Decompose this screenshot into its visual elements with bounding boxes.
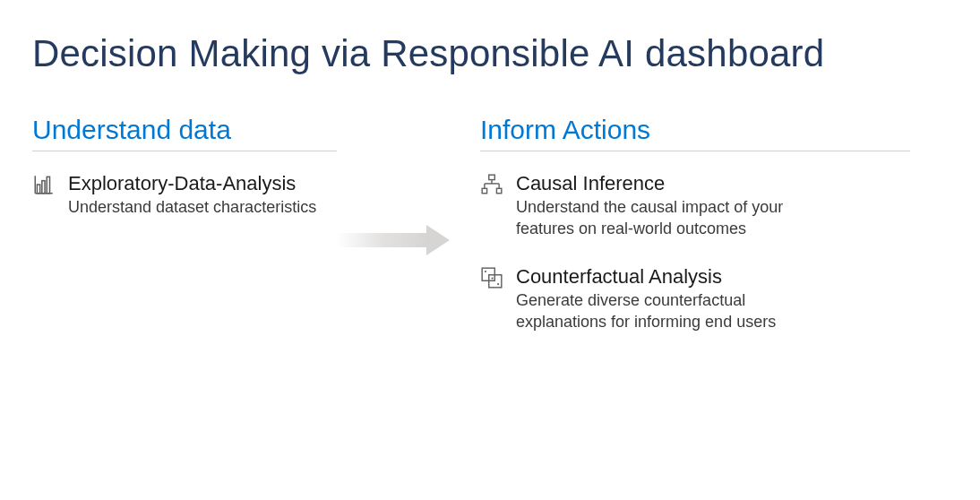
svg-rect-2 — [42, 181, 45, 194]
item-desc: Generate diverse counterfactual explanat… — [516, 289, 803, 333]
svg-point-14 — [485, 271, 486, 272]
item-title: Causal Inference — [516, 171, 803, 196]
section-heading-understand: Understand data — [32, 115, 337, 145]
columns: Understand data Exploratory-Data-Analysi… — [32, 115, 948, 358]
section-heading-inform: Inform Actions — [480, 115, 910, 145]
dice-icon — [480, 266, 503, 289]
svg-rect-3 — [47, 177, 49, 193]
item-desc: Understand dataset characteristics — [68, 196, 316, 218]
column-understand-data: Understand data Exploratory-Data-Analysi… — [32, 115, 337, 358]
svg-rect-6 — [482, 188, 486, 193]
bar-chart-icon — [32, 173, 56, 196]
item-title: Counterfactual Analysis — [516, 264, 803, 289]
item-counterfactual: Counterfactual Analysis Generate diverse… — [480, 264, 910, 332]
arrow-column — [337, 115, 480, 358]
arrow-right-icon — [337, 225, 453, 255]
hierarchy-icon — [480, 173, 503, 196]
item-eda: Exploratory-Data-Analysis Understand dat… — [32, 171, 337, 218]
item-text: Counterfactual Analysis Generate diverse… — [516, 264, 803, 332]
divider — [32, 151, 337, 151]
svg-rect-5 — [489, 175, 495, 179]
slide: Decision Making via Responsible AI dashb… — [0, 0, 980, 358]
svg-point-16 — [497, 283, 499, 285]
svg-rect-7 — [496, 188, 501, 193]
column-inform-actions: Inform Actions Causal Inference — [480, 115, 910, 358]
item-text: Causal Inference Understand the causal i… — [516, 171, 803, 239]
item-title: Exploratory-Data-Analysis — [68, 171, 316, 196]
page-title: Decision Making via Responsible AI dashb… — [32, 32, 948, 75]
item-desc: Understand the causal impact of your fea… — [516, 196, 803, 240]
divider — [480, 151, 910, 151]
item-causal-inference: Causal Inference Understand the causal i… — [480, 171, 910, 239]
svg-point-15 — [491, 278, 493, 280]
svg-rect-1 — [37, 185, 39, 194]
item-text: Exploratory-Data-Analysis Understand dat… — [68, 171, 316, 218]
